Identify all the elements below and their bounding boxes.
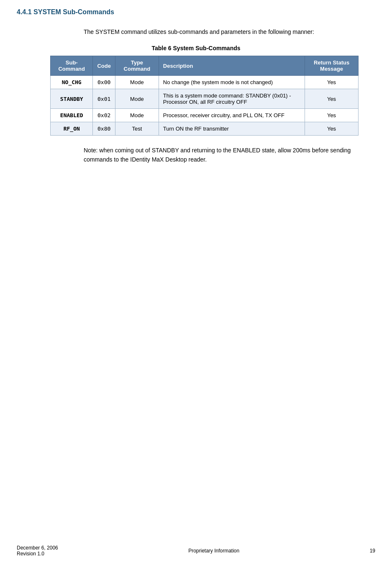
table-row: ENABLED0x02ModeProcessor, receiver circu… <box>51 109 359 122</box>
header-sub-command: Sub-Command <box>51 56 93 76</box>
footer-revision: Revision 1.0 <box>17 551 58 557</box>
note-text: Note: when coming out of STANDBY and ret… <box>84 146 359 164</box>
cell-type-command: Mode <box>115 76 159 89</box>
cell-description: Turn ON the RF transmitter <box>159 122 305 136</box>
table-row: STANDBY0x01ModeThis is a system mode com… <box>51 89 359 109</box>
cell-sub-command: STANDBY <box>51 89 93 109</box>
cell-code: 0x02 <box>93 109 115 122</box>
cell-description: No change (the system mode is not change… <box>159 76 305 89</box>
cell-type-command: Mode <box>115 109 159 122</box>
header-code: Code <box>93 56 115 76</box>
cell-code: 0x00 <box>93 76 115 89</box>
table-caption: Table 6 System Sub-Commands <box>17 45 375 51</box>
cell-return-status: Yes <box>305 109 359 122</box>
cell-return-status: Yes <box>305 89 359 109</box>
header-return-status: Return Status Message <box>305 56 359 76</box>
cell-description: This is a system mode command: STANDBY (… <box>159 89 305 109</box>
header-type-command: Type Command <box>115 56 159 76</box>
footer: December 6, 2006 Revision 1.0 Proprietar… <box>0 545 392 557</box>
footer-left: December 6, 2006 Revision 1.0 <box>17 545 58 557</box>
sub-commands-table: Sub-Command Code Type Command Descriptio… <box>50 56 359 136</box>
cell-code: 0x01 <box>93 89 115 109</box>
table-row: RF_ON0x80TestTurn ON the RF transmitterY… <box>51 122 359 136</box>
footer-center: Proprietary Information <box>188 548 239 554</box>
table-wrapper: Sub-Command Code Type Command Descriptio… <box>50 56 359 136</box>
cell-return-status: Yes <box>305 122 359 136</box>
cell-sub-command: RF_ON <box>51 122 93 136</box>
cell-type-command: Mode <box>115 89 159 109</box>
cell-sub-command: ENABLED <box>51 109 93 122</box>
footer-date: December 6, 2006 <box>17 545 58 551</box>
table-header-row: Sub-Command Code Type Command Descriptio… <box>51 56 359 76</box>
table-row: NO_CHG0x00ModeNo change (the system mode… <box>51 76 359 89</box>
header-description: Description <box>159 56 305 76</box>
cell-sub-command: NO_CHG <box>51 76 93 89</box>
intro-text: The SYSTEM command utilizes sub-commands… <box>84 28 375 36</box>
page-heading: 4.4.1 SYSTEM Sub-Commands <box>17 8 375 18</box>
cell-description: Processor, receiver circuitry, and PLL O… <box>159 109 305 122</box>
cell-return-status: Yes <box>305 76 359 89</box>
footer-page-number: 19 <box>370 548 375 554</box>
cell-type-command: Test <box>115 122 159 136</box>
cell-code: 0x80 <box>93 122 115 136</box>
